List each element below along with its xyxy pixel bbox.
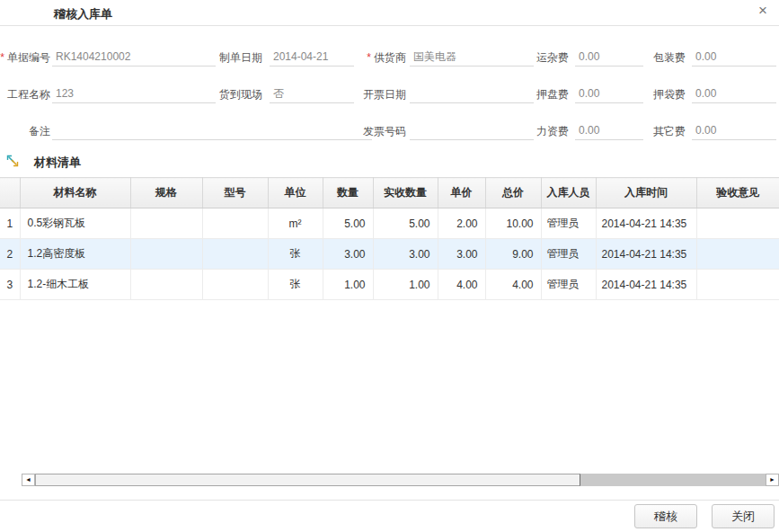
cell-unit-price: 3.00 — [438, 239, 485, 270]
cell-warehouse-time: 2014-04-21 14:35 — [596, 208, 696, 239]
remark-input[interactable] — [52, 121, 372, 140]
dialog-title: 稽核入库单 — [54, 6, 112, 22]
audit-button[interactable]: 稽核 — [634, 504, 697, 528]
labor-fee-input[interactable]: 0.00 — [575, 121, 643, 140]
project-name-input[interactable]: 123 — [52, 84, 216, 103]
expand-collapse-icon[interactable] — [5, 154, 20, 168]
h-scrollbar[interactable]: ◄ ► — [22, 474, 779, 486]
invoice-no-input[interactable] — [410, 121, 534, 140]
other-fee-input[interactable]: 0.00 — [692, 121, 776, 140]
cell-inspection-opinion — [696, 208, 779, 239]
packing-fee-label: 包装费 — [653, 50, 684, 65]
col-header-qty: 数量 — [323, 178, 373, 208]
col-header-warehouse-person: 入库人员 — [541, 178, 596, 208]
bag-fee-label: 押袋费 — [653, 87, 684, 102]
cell-unit-price: 4.00 — [438, 270, 485, 300]
pallet-fee-input[interactable]: 0.00 — [575, 84, 643, 103]
freight-fee-input[interactable]: 0.00 — [575, 48, 643, 66]
cell-row-num: 1 — [0, 208, 20, 239]
col-header-material-name: 材料名称 — [20, 178, 130, 208]
cell-inspection-opinion — [696, 239, 779, 270]
required-mark: * — [367, 51, 371, 64]
cell-warehouse-person: 管理员 — [541, 270, 596, 300]
col-header-inspection-opinion: 验收意见 — [696, 178, 779, 208]
col-header-unit: 单位 — [268, 178, 323, 208]
audit-inbound-dialog: 稽核入库单 × *单据编号 RK1404210002 制单日期 2014-04-… — [0, 0, 779, 532]
cell-material-name: 1.2-细木工板 — [20, 270, 130, 300]
table-row[interactable]: 2 1.2高密度板 张 3.00 3.00 3.00 9.00 管理员 2014… — [0, 239, 779, 270]
supplier-label: *供货商 — [351, 50, 406, 65]
remark-label: 备注 — [0, 124, 50, 138]
required-mark: * — [0, 51, 4, 64]
invoice-date-label: 开票日期 — [351, 87, 406, 102]
goods-on-site-input[interactable]: 否 — [270, 84, 354, 103]
cell-warehouse-person: 管理员 — [541, 239, 596, 270]
col-header-spec: 规格 — [130, 178, 202, 208]
grid-header-row: 材料名称 规格 型号 单位 数量 实收数量 单价 总价 入库人员 入库时间 验收… — [0, 178, 779, 208]
cell-received-qty: 5.00 — [373, 208, 438, 239]
cell-received-qty: 3.00 — [373, 239, 438, 270]
material-grid: 材料名称 规格 型号 单位 数量 实收数量 单价 总价 入库人员 入库时间 验收… — [0, 177, 779, 300]
title-bar: 稽核入库单 × — [0, 0, 779, 26]
cell-total-price: 4.00 — [485, 270, 541, 300]
bag-fee-input[interactable]: 0.00 — [692, 84, 776, 103]
cell-row-num: 2 — [0, 239, 20, 270]
invoice-date-input[interactable] — [410, 84, 534, 103]
col-header-row-num — [0, 178, 20, 208]
table-row[interactable]: 3 1.2-细木工板 张 1.00 1.00 4.00 4.00 管理员 201… — [0, 270, 779, 300]
cell-inspection-opinion — [696, 270, 779, 300]
cell-model — [202, 239, 268, 270]
cell-warehouse-time: 2014-04-21 14:35 — [596, 239, 696, 270]
supplier-input[interactable]: 国美电器 — [410, 48, 534, 66]
invoice-no-label: 发票号码 — [351, 124, 406, 138]
make-date-input[interactable]: 2014-04-21 — [270, 48, 354, 66]
labor-fee-label: 力资费 — [534, 124, 569, 138]
other-fee-label: 其它费 — [653, 124, 684, 138]
cell-spec — [130, 270, 202, 300]
cell-row-num: 3 — [0, 270, 20, 300]
cell-warehouse-person: 管理员 — [541, 208, 596, 239]
cell-material-name: 0.5彩钢瓦板 — [20, 208, 130, 239]
col-header-received-qty: 实收数量 — [373, 178, 438, 208]
cell-warehouse-time: 2014-04-21 14:35 — [596, 270, 696, 300]
cell-unit: m² — [268, 208, 323, 239]
goods-on-site-label: 货到现场 — [214, 87, 262, 102]
footer-divider — [0, 500, 779, 501]
col-header-unit-price: 单价 — [438, 178, 485, 208]
freight-fee-label: 运杂费 — [534, 50, 569, 65]
project-name-label: 工程名称 — [0, 87, 50, 102]
cell-model — [202, 208, 268, 239]
scroll-left-icon[interactable]: ◄ — [22, 474, 35, 486]
cell-unit: 张 — [268, 270, 323, 300]
cell-qty: 5.00 — [323, 208, 373, 239]
scrollbar-thumb[interactable] — [35, 474, 580, 486]
cell-received-qty: 1.00 — [373, 270, 438, 300]
col-header-warehouse-time: 入库时间 — [596, 178, 696, 208]
close-icon[interactable]: × — [754, 2, 772, 20]
make-date-label: 制单日期 — [214, 50, 262, 65]
cell-spec — [130, 239, 202, 270]
cell-model — [202, 270, 268, 300]
pallet-fee-label: 押盘费 — [534, 87, 569, 102]
cell-material-name: 1.2高密度板 — [20, 239, 130, 270]
bill-no-input[interactable]: RK1404210002 — [52, 48, 216, 66]
cell-qty: 3.00 — [323, 239, 373, 270]
col-header-model: 型号 — [202, 178, 268, 208]
cell-total-price: 10.00 — [485, 208, 541, 239]
table-row[interactable]: 1 0.5彩钢瓦板 m² 5.00 5.00 2.00 10.00 管理员 20… — [0, 208, 779, 239]
packing-fee-input[interactable]: 0.00 — [692, 48, 776, 66]
cell-unit-price: 2.00 — [438, 208, 485, 239]
col-header-total-price: 总价 — [485, 178, 541, 208]
cell-qty: 1.00 — [323, 270, 373, 300]
bill-no-label: *单据编号 — [0, 50, 50, 65]
cell-unit: 张 — [268, 239, 323, 270]
cell-total-price: 9.00 — [485, 239, 541, 270]
scroll-right-icon[interactable]: ► — [766, 474, 779, 486]
cell-spec — [130, 208, 202, 239]
close-button[interactable]: 关闭 — [712, 504, 775, 528]
material-list-title: 材料清单 — [34, 155, 81, 171]
